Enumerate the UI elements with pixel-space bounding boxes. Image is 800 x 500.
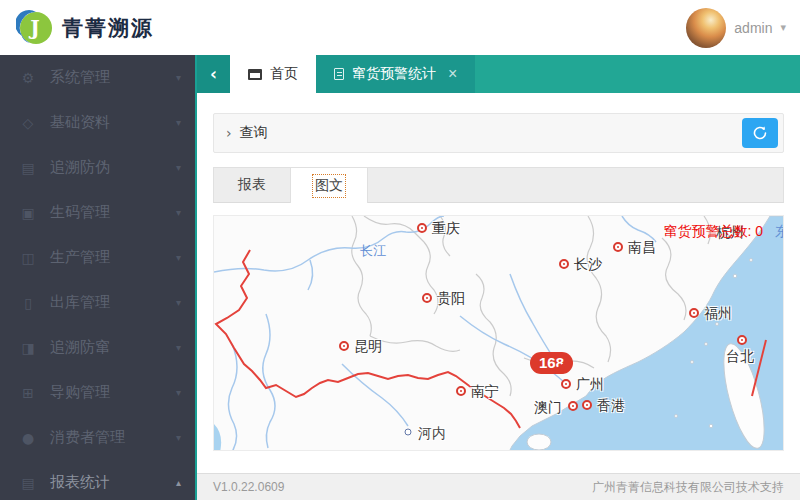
city-label: 长沙 bbox=[574, 256, 602, 274]
foreign-city-marker bbox=[405, 429, 412, 436]
tab-graphic[interactable]: 图文 bbox=[290, 168, 368, 203]
back-button[interactable]: ‹ bbox=[197, 55, 230, 93]
chevron-down-icon: ▾ bbox=[176, 432, 181, 443]
page-title: 青菁溯源 bbox=[62, 14, 154, 42]
city-label: 南昌 bbox=[628, 239, 656, 257]
sidebar-item-outbound[interactable]: ▯ 出库管理 ▾ bbox=[0, 280, 195, 325]
city-marker bbox=[422, 293, 432, 303]
city-label: 昆明 bbox=[354, 338, 382, 356]
city-label: 贵阳 bbox=[437, 290, 465, 308]
alert-total-label: 窜货预警总数: bbox=[663, 223, 751, 239]
city-marker bbox=[737, 335, 747, 345]
city-label: 福州 bbox=[704, 305, 732, 323]
sidebar-item-system[interactable]: ⚙ 系统管理 ▾ bbox=[0, 55, 195, 100]
brand: J 青菁溯源 bbox=[16, 9, 154, 47]
chevron-down-icon: ▾ bbox=[176, 387, 181, 398]
alert-total-count: 0 bbox=[755, 223, 763, 239]
chevron-down-icon: ▾ bbox=[176, 252, 181, 263]
report-icon: ▤ bbox=[18, 475, 38, 491]
chevron-right-icon: › bbox=[226, 125, 232, 141]
city-marker bbox=[582, 400, 592, 410]
trace-icon: ◨ bbox=[18, 340, 38, 356]
city-marker bbox=[417, 223, 427, 233]
cube-icon: ◇ bbox=[18, 115, 38, 131]
sidebar-item-code-mgmt[interactable]: ▣ 生码管理 ▾ bbox=[0, 190, 195, 235]
city-label: 广州 bbox=[576, 376, 604, 394]
refresh-icon bbox=[752, 125, 768, 141]
view-tabs: 报表 图文 bbox=[213, 167, 784, 203]
alert-total: 窜货预警总数: 0 bbox=[663, 223, 763, 241]
grid-icon: ⊞ bbox=[18, 385, 38, 401]
tab-alert-stats[interactable]: 窜货预警统计 × bbox=[316, 55, 475, 93]
city-marker bbox=[689, 308, 699, 318]
city-label: 澳门 bbox=[534, 399, 562, 417]
sea-label: 东 bbox=[775, 223, 784, 241]
chevron-down-icon: ▾ bbox=[176, 162, 181, 173]
city-label: 南宁 bbox=[471, 383, 499, 401]
window-icon bbox=[248, 69, 262, 80]
sidebar-item-consumer[interactable]: ● 消费者管理 ▾ bbox=[0, 415, 195, 460]
user-menu[interactable]: admin ▾ bbox=[686, 8, 786, 48]
foreign-city-label: 河内 bbox=[418, 425, 446, 443]
chevron-down-icon: ▾ bbox=[176, 117, 181, 128]
gear-icon: ⚙ bbox=[18, 70, 38, 86]
production-icon: ◫ bbox=[18, 250, 38, 266]
content-area: ‹ 首页 窜货预警统计 × › 查询 bbox=[195, 55, 800, 500]
query-toggle[interactable]: › 查询 bbox=[226, 124, 268, 142]
sidebar-item-guide-mgmt[interactable]: ⊞ 导购管理 ▾ bbox=[0, 370, 195, 415]
city-label: 重庆 bbox=[432, 220, 460, 238]
tab-home[interactable]: 首页 bbox=[230, 55, 316, 93]
logo-icon: J bbox=[16, 9, 54, 47]
city-label: 香港 bbox=[597, 397, 625, 415]
chevron-down-icon: ▾ bbox=[176, 297, 181, 308]
city-marker bbox=[456, 386, 466, 396]
china-map[interactable] bbox=[214, 216, 784, 451]
support-label: 广州青菁信息科技有限公司技术支持 bbox=[592, 479, 784, 496]
query-label: 查询 bbox=[240, 124, 268, 142]
city-marker bbox=[568, 401, 578, 411]
sidebar-item-anti-fake[interactable]: ▤ 追溯防伪 ▾ bbox=[0, 145, 195, 190]
refresh-button[interactable] bbox=[742, 118, 778, 148]
city-marker bbox=[559, 259, 569, 269]
sidebar-item-anti-channel[interactable]: ◨ 追溯防窜 ▾ bbox=[0, 325, 195, 370]
person-icon: ● bbox=[18, 430, 38, 446]
sidebar-item-basic-data[interactable]: ◇ 基础资料 ▾ bbox=[0, 100, 195, 145]
clipboard-icon: ▣ bbox=[18, 205, 38, 221]
close-icon[interactable]: × bbox=[448, 66, 457, 82]
query-panel: › 查询 bbox=[213, 113, 784, 153]
cluster-bubble[interactable]: 168 bbox=[530, 352, 573, 374]
sidebar-item-reports[interactable]: ▤ 报表统计 ▴ bbox=[0, 460, 195, 500]
city-marker bbox=[613, 242, 623, 252]
document-icon: ▤ bbox=[18, 160, 38, 176]
sidebar: ⚙ 系统管理 ▾ ◇ 基础资料 ▾ ▤ 追溯防伪 ▾ ▣ 生码管理 ▾ ◫ 生产… bbox=[0, 55, 195, 500]
version-label: V1.0.22.0609 bbox=[213, 480, 284, 494]
chevron-down-icon: ▾ bbox=[780, 21, 786, 34]
tab-bar: ‹ 首页 窜货预警统计 × bbox=[197, 55, 800, 93]
avatar[interactable] bbox=[686, 8, 726, 48]
document-icon bbox=[334, 68, 344, 80]
chevron-up-icon: ▴ bbox=[176, 477, 181, 488]
chevron-down-icon: ▾ bbox=[176, 207, 181, 218]
main-panel: › 查询 报表 图文 bbox=[197, 93, 800, 451]
tab-report[interactable]: 报表 bbox=[214, 168, 290, 202]
app-window: J 青菁溯源 admin ▾ ⚙ 系统管理 ▾ ◇ 基础资料 ▾ ▤ 追溯防伪 … bbox=[0, 0, 800, 500]
outbound-icon: ▯ bbox=[18, 295, 38, 311]
map-container: 重庆 长沙 南昌 贵阳 昆明 福州 台北 南宁 广州 澳门 香港 杭州 河内 长… bbox=[213, 215, 784, 451]
chevron-down-icon: ▾ bbox=[176, 342, 181, 353]
svg-text:J: J bbox=[28, 16, 39, 40]
sidebar-item-production[interactable]: ◫ 生产管理 ▾ bbox=[0, 235, 195, 280]
app-header: J 青菁溯源 admin ▾ bbox=[0, 0, 800, 55]
footer: V1.0.22.0609 广州青菁信息科技有限公司技术支持 bbox=[197, 473, 800, 500]
city-label: 台北 bbox=[726, 348, 754, 366]
chevron-down-icon: ▾ bbox=[176, 72, 181, 83]
city-marker bbox=[339, 341, 349, 351]
river-label: 长江 bbox=[360, 242, 386, 260]
username: admin bbox=[734, 20, 772, 36]
